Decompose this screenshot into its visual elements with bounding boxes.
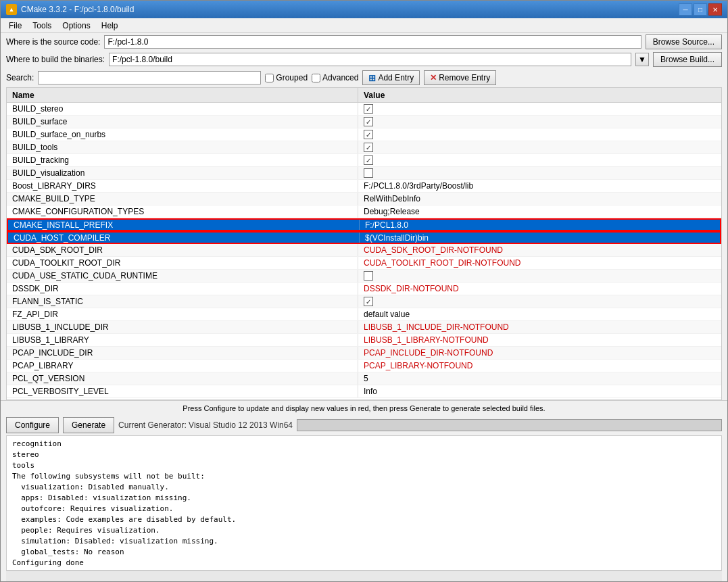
grouped-checkbox-label: Grouped — [265, 73, 308, 82]
cell-value: CUDA_SDK_ROOT_DIR-NOTFOUND — [358, 244, 721, 256]
cell-value — [358, 295, 721, 308]
main-window: ▲ CMake 3.3.2 - F:/pcl-1.8.0/build ─ □ ✕… — [0, 0, 728, 582]
advanced-checkbox[interactable] — [312, 74, 320, 82]
cell-name: BUILD_surface — [7, 116, 358, 128]
cell-name: BUILD_surface_on_nurbs — [7, 128, 358, 141]
menu-options[interactable]: Options — [57, 20, 95, 31]
table-row[interactable]: PCAP_LIBRARYPCAP_LIBRARY-NOTFOUND — [7, 360, 721, 372]
table-row[interactable]: BUILD_visualization — [7, 167, 721, 180]
minimize-button[interactable]: ─ — [679, 3, 692, 16]
source-input[interactable] — [104, 35, 641, 49]
log-line: global_tests: No reason — [12, 547, 716, 558]
table-row[interactable]: BUILD_tracking — [7, 154, 721, 167]
build-input[interactable] — [109, 53, 631, 66]
table-row[interactable]: CUDA_TOOLKIT_ROOT_DIRCUDA_TOOLKIT_ROOT_D… — [7, 257, 721, 270]
table-row[interactable]: PCL_VERBOSITY_LEVELInfo — [7, 385, 721, 398]
close-button[interactable]: ✕ — [708, 3, 722, 16]
table-row[interactable]: BUILD_surface — [7, 116, 721, 128]
cell-checkbox[interactable] — [364, 168, 373, 178]
cell-checkbox[interactable] — [364, 143, 373, 152]
log-line: outofcore: Requires visualization. — [12, 504, 716, 514]
cell-value: PCAP_INCLUDE_DIR-NOTFOUND — [358, 347, 721, 359]
cell-value: $(VCInstallDir)bin — [360, 233, 720, 243]
cell-checkbox[interactable] — [364, 297, 373, 306]
status-text: Press Configure to update and display ne… — [183, 404, 545, 412]
cell-checkbox[interactable] — [364, 155, 373, 165]
progress-bar — [297, 419, 722, 431]
cell-value: F:/PCL1.8.0/3rdParty/Boost/lib — [358, 180, 721, 192]
table-row[interactable]: LIBUSB_1_INCLUDE_DIRLIBUSB_1_INCLUDE_DIR… — [7, 321, 721, 334]
menu-tools[interactable]: Tools — [27, 20, 57, 31]
grouped-label: Grouped — [276, 73, 308, 82]
table-row[interactable]: LIBUSB_1_LIBRARYLIBUSB_1_LIBRARY-NOTFOUN… — [7, 334, 721, 347]
log-line: tools — [12, 460, 716, 471]
cell-name: CMAKE_CONFIGURATION_TYPES — [7, 205, 358, 218]
browse-source-button[interactable]: Browse Source... — [646, 34, 722, 49]
cell-name: DSSDK_DIR — [7, 283, 358, 295]
cell-value — [358, 154, 721, 166]
cell-name: Boost_LIBRARY_DIRS — [7, 180, 358, 192]
cell-value: F:/PCL1.8.0 — [360, 220, 720, 230]
cell-value: Info — [358, 385, 721, 397]
advanced-checkbox-label: Advanced — [312, 73, 358, 82]
col-name-header: Name — [7, 88, 358, 102]
cell-name: CUDA_HOST_COMPILER — [8, 233, 360, 243]
bottom-scrollbar[interactable] — [6, 571, 722, 581]
table-row[interactable]: CUDA_SDK_ROOT_DIRCUDA_SDK_ROOT_DIR-NOTFO… — [7, 244, 721, 257]
table-row[interactable]: FZ_API_DIRdefault value — [7, 308, 721, 321]
log-area: recognitionstereotoolsThe following subs… — [6, 435, 722, 571]
cell-name: LIBUSB_1_INCLUDE_DIR — [7, 321, 358, 333]
menu-help[interactable]: Help — [96, 20, 124, 31]
log-line: The following subsystems will not be bui… — [12, 471, 716, 482]
remove-entry-label: Remove Entry — [439, 73, 490, 82]
build-dropdown-arrow[interactable]: ▼ — [635, 53, 649, 66]
search-row: Search: Grouped Advanced ⊞ Add Entry ✕ R… — [1, 68, 727, 87]
table-row[interactable]: FLANN_IS_STATIC — [7, 295, 721, 308]
table-row[interactable]: PCAP_INCLUDE_DIRPCAP_INCLUDE_DIR-NOTFOUN… — [7, 347, 721, 360]
table-row[interactable]: Boost_LIBRARY_DIRSF:/PCL1.8.0/3rdParty/B… — [7, 180, 721, 193]
configure-button[interactable]: Configure — [6, 417, 59, 433]
log-line: simulation: Disabled: visualization miss… — [12, 536, 716, 547]
build-label: Where to build the binaries: — [6, 55, 105, 64]
table-header: Name Value — [7, 88, 721, 103]
table-row[interactable]: BUILD_tools — [7, 141, 721, 154]
remove-entry-button[interactable]: ✕ Remove Entry — [424, 70, 496, 85]
cell-value: 5 — [358, 372, 721, 385]
cell-value: DSSDK_DIR-NOTFOUND — [358, 283, 721, 295]
cell-name: BUILD_visualization — [7, 167, 358, 179]
add-entry-button[interactable]: ⊞ Add Entry — [362, 70, 420, 85]
cell-name: PCL_QT_VERSION — [7, 372, 358, 385]
maximize-button[interactable]: □ — [694, 3, 707, 16]
search-input[interactable] — [38, 71, 261, 84]
table-row[interactable]: CUDA_USE_STATIC_CUDA_RUNTIME — [7, 270, 721, 283]
cell-checkbox[interactable] — [364, 104, 373, 114]
table-row[interactable]: CUDA_HOST_COMPILER$(VCInstallDir)bin — [7, 231, 721, 244]
cell-checkbox[interactable] — [364, 130, 373, 139]
cell-checkbox[interactable] — [364, 117, 373, 126]
cell-value — [358, 128, 721, 141]
table-row[interactable]: BUILD_stereo — [7, 103, 721, 116]
source-row: Where is the source code: Browse Source.… — [1, 33, 727, 51]
table-row[interactable]: BUILD_surface_on_nurbs — [7, 128, 721, 141]
menu-file[interactable]: File — [3, 20, 27, 31]
cell-name: FZ_API_DIR — [7, 308, 358, 320]
table-row[interactable]: CMAKE_INSTALL_PREFIXF:/PCL1.8.0 — [7, 218, 721, 231]
cell-checkbox[interactable] — [364, 271, 373, 281]
generate-button[interactable]: Generate — [63, 417, 114, 433]
window-title: CMake 3.3.2 - F:/pcl-1.8.0/build — [21, 5, 134, 14]
cell-name: CUDA_SDK_ROOT_DIR — [7, 244, 358, 256]
cell-value — [358, 270, 721, 282]
table-row[interactable]: CMAKE_BUILD_TYPERelWithDebInfo — [7, 193, 721, 205]
cell-name: CMAKE_BUILD_TYPE — [7, 193, 358, 205]
advanced-label: Advanced — [322, 73, 358, 82]
title-bar: ▲ CMake 3.3.2 - F:/pcl-1.8.0/build ─ □ ✕ — [1, 1, 727, 18]
title-bar-left: ▲ CMake 3.3.2 - F:/pcl-1.8.0/build — [6, 4, 134, 15]
cell-value — [358, 141, 721, 153]
browse-build-button[interactable]: Browse Build... — [653, 52, 722, 67]
grouped-checkbox[interactable] — [265, 74, 274, 82]
generator-label: Current Generator: Visual Studio 12 2013… — [118, 420, 293, 430]
table-row[interactable]: DSSDK_DIRDSSDK_DIR-NOTFOUND — [7, 283, 721, 295]
table-row[interactable]: CMAKE_CONFIGURATION_TYPESDebug;Release — [7, 205, 721, 218]
cell-value — [358, 167, 721, 179]
table-row[interactable]: PCL_QT_VERSION5 — [7, 372, 721, 385]
